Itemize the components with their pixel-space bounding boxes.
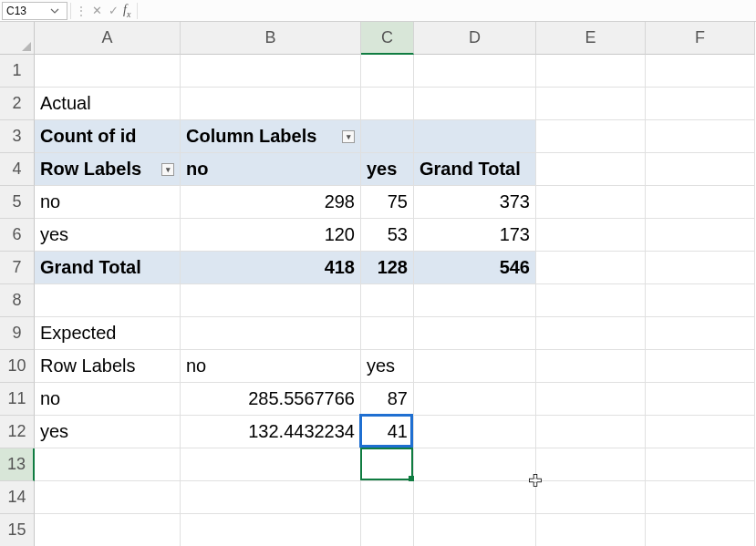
row-head-3[interactable]: 3 bbox=[0, 120, 35, 153]
cell-E8[interactable] bbox=[536, 284, 646, 317]
cell-A15[interactable] bbox=[35, 514, 181, 546]
cell-B12[interactable]: 132.4432234 bbox=[181, 416, 361, 448]
col-head-F[interactable]: F bbox=[646, 22, 755, 55]
cell-A2[interactable]: Actual bbox=[35, 88, 181, 120]
cell-A3[interactable]: Count of id bbox=[35, 120, 181, 153]
cell-E10[interactable] bbox=[536, 350, 646, 383]
row-head-10[interactable]: 10 bbox=[0, 350, 35, 383]
cell-E4[interactable] bbox=[536, 153, 646, 186]
cell-A14[interactable] bbox=[35, 481, 181, 514]
cell-E12[interactable] bbox=[536, 416, 646, 448]
cell-D1[interactable] bbox=[414, 55, 536, 88]
cell-E3[interactable] bbox=[536, 120, 646, 153]
row-head-8[interactable]: 8 bbox=[0, 284, 35, 317]
cell-E9[interactable] bbox=[536, 317, 646, 350]
cell-B14[interactable] bbox=[181, 481, 361, 514]
cell-A6[interactable]: yes bbox=[35, 219, 181, 252]
cell-C4[interactable]: yes bbox=[361, 153, 414, 186]
cell-C6[interactable]: 53 bbox=[361, 219, 414, 252]
cell-B2[interactable] bbox=[181, 88, 361, 120]
cell-F1[interactable] bbox=[646, 55, 755, 88]
cell-A8[interactable] bbox=[35, 284, 181, 317]
col-head-B[interactable]: B bbox=[181, 22, 361, 55]
row-head-4[interactable]: 4 bbox=[0, 153, 35, 186]
cell-D6[interactable]: 173 bbox=[414, 219, 536, 252]
col-head-A[interactable]: A bbox=[35, 22, 181, 55]
row-head-11[interactable]: 11 bbox=[0, 383, 35, 416]
col-head-C[interactable]: C bbox=[361, 22, 414, 55]
row-head-5[interactable]: 5 bbox=[0, 186, 35, 219]
cell-E13[interactable] bbox=[536, 448, 646, 481]
cell-D14[interactable] bbox=[414, 481, 536, 514]
cell-D2[interactable] bbox=[414, 88, 536, 120]
cancel-icon[interactable]: ✕ bbox=[88, 3, 105, 19]
cell-E11[interactable] bbox=[536, 383, 646, 416]
cell-D12[interactable] bbox=[414, 416, 536, 448]
cell-C13[interactable] bbox=[361, 448, 414, 481]
cell-C15[interactable] bbox=[361, 514, 414, 546]
cell-C8[interactable] bbox=[361, 284, 414, 317]
cell-E7[interactable] bbox=[536, 252, 646, 284]
cell-F10[interactable] bbox=[646, 350, 755, 383]
cell-B9[interactable] bbox=[181, 317, 361, 350]
chevron-down-icon[interactable] bbox=[47, 3, 63, 19]
cell-C7[interactable]: 128 bbox=[361, 252, 414, 284]
row-head-13[interactable]: 13 bbox=[0, 448, 35, 481]
cell-F14[interactable] bbox=[646, 481, 755, 514]
cell-E6[interactable] bbox=[536, 219, 646, 252]
cell-C10[interactable]: yes bbox=[361, 350, 414, 383]
cell-C12[interactable]: 41 bbox=[361, 416, 414, 448]
row-head-6[interactable]: 6 bbox=[0, 219, 35, 252]
cell-A4[interactable]: Row Labels▾ bbox=[35, 153, 181, 186]
cell-D5[interactable]: 373 bbox=[414, 186, 536, 219]
cell-C9[interactable] bbox=[361, 317, 414, 350]
row-head-9[interactable]: 9 bbox=[0, 317, 35, 350]
cell-B1[interactable] bbox=[181, 55, 361, 88]
cell-C1[interactable] bbox=[361, 55, 414, 88]
cell-D7[interactable]: 546 bbox=[414, 252, 536, 284]
cell-B7[interactable]: 418 bbox=[181, 252, 361, 284]
row-head-14[interactable]: 14 bbox=[0, 481, 35, 514]
enter-icon[interactable]: ✓ bbox=[105, 3, 121, 19]
formula-input[interactable] bbox=[140, 2, 756, 20]
col-head-D[interactable]: D bbox=[414, 22, 536, 55]
cell-B5[interactable]: 298 bbox=[181, 186, 361, 219]
row-head-12[interactable]: 12 bbox=[0, 416, 35, 448]
cell-D8[interactable] bbox=[414, 284, 536, 317]
row-head-2[interactable]: 2 bbox=[0, 88, 35, 120]
col-head-E[interactable]: E bbox=[536, 22, 646, 55]
cell-A10[interactable]: Row Labels bbox=[35, 350, 181, 383]
cell-A5[interactable]: no bbox=[35, 186, 181, 219]
cell-B6[interactable]: 120 bbox=[181, 219, 361, 252]
cell-B8[interactable] bbox=[181, 284, 361, 317]
cell-A11[interactable]: no bbox=[35, 383, 181, 416]
cell-A1[interactable] bbox=[35, 55, 181, 88]
cell-D4[interactable]: Grand Total bbox=[414, 153, 536, 186]
cell-F3[interactable] bbox=[646, 120, 755, 153]
select-all-corner[interactable] bbox=[0, 22, 35, 55]
cell-F6[interactable] bbox=[646, 219, 755, 252]
cell-A13[interactable] bbox=[35, 448, 181, 481]
cell-C14[interactable] bbox=[361, 481, 414, 514]
cell-C2[interactable] bbox=[361, 88, 414, 120]
cell-B4[interactable]: no bbox=[181, 153, 361, 186]
cell-E15[interactable] bbox=[536, 514, 646, 546]
cell-A12[interactable]: yes bbox=[35, 416, 181, 448]
cell-B11[interactable]: 285.5567766 bbox=[181, 383, 361, 416]
cell-D10[interactable] bbox=[414, 350, 536, 383]
cell-F15[interactable] bbox=[646, 514, 755, 546]
cell-F13[interactable] bbox=[646, 448, 755, 481]
cell-D3[interactable] bbox=[414, 120, 536, 153]
cell-C5[interactable]: 75 bbox=[361, 186, 414, 219]
row-head-15[interactable]: 15 bbox=[0, 514, 35, 546]
cell-F2[interactable] bbox=[646, 88, 755, 120]
cell-F4[interactable] bbox=[646, 153, 755, 186]
cell-E2[interactable] bbox=[536, 88, 646, 120]
cell-C3[interactable] bbox=[361, 120, 414, 153]
cell-A7[interactable]: Grand Total bbox=[35, 252, 181, 284]
filter-dropdown-icon[interactable]: ▾ bbox=[161, 163, 174, 176]
cell-F12[interactable] bbox=[646, 416, 755, 448]
cell-B15[interactable] bbox=[181, 514, 361, 546]
cell-F11[interactable] bbox=[646, 383, 755, 416]
row-head-1[interactable]: 1 bbox=[0, 55, 35, 88]
